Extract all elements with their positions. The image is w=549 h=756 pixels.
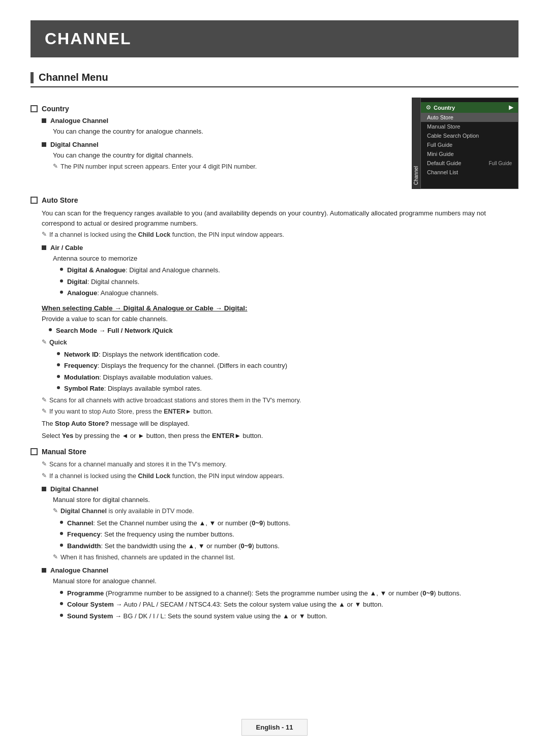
search-mode-bullet-block: Search Mode → Full / Network /Quick: [49, 326, 518, 336]
quick-bullets: Network ID: Displays the network identif…: [57, 350, 518, 394]
bullet-dot-prog: [60, 591, 63, 594]
cable-heading: When selecting Cable → Digital & Analogu…: [42, 304, 518, 312]
ms-analogue-block: Analogue Channel Manual store for analog…: [42, 566, 518, 621]
manual-store-label: Manual Store: [42, 448, 86, 456]
bullet-da: Digital & Analogue: Digital and Analogue…: [60, 265, 518, 275]
auto-store-heading: Auto Store: [30, 196, 518, 204]
ms-digital-block: Digital Channel Manual store for digital…: [42, 485, 518, 563]
menu-screenshot: Channel ⊙ Country ▶ Auto Store Manual St…: [412, 98, 518, 189]
ms-digital-note2-text: When it has finished, channels are updat…: [60, 553, 235, 562]
black-square-icon-2: [42, 142, 46, 147]
auto-store-label: Auto Store: [42, 196, 78, 204]
ms-bullet-colour-text: Colour System → Auto / PAL / SECAM / NTS…: [67, 600, 383, 610]
analogue-channel-label-row: Analogue Channel: [42, 117, 402, 124]
menu-arrow-right: ▶: [509, 104, 513, 111]
quick-bullet-freq-text: Frequency: Displays the frequency for th…: [64, 361, 287, 371]
note-pencil-scans: ✎: [42, 396, 47, 403]
bullet-dot-mod: [57, 375, 60, 378]
bullet-dot-3: [60, 291, 63, 294]
pin-note: ✎ The PIN number input screen appears. E…: [53, 162, 402, 172]
section-title: Channel Menu: [39, 72, 108, 83]
quick-bullet-mod: Modulation: Displays available modulatio…: [57, 372, 518, 383]
bullet-dot-colour: [60, 602, 63, 605]
bullet-dot-netid: [57, 352, 60, 355]
note-pencil-stop: ✎: [42, 407, 47, 415]
ms-bullet-sound: Sound System → BG / DK / I / L: Sets the…: [60, 611, 518, 621]
bullet-d: Digital: Digital channels.: [60, 277, 518, 287]
page-footer: English - 11: [0, 719, 549, 736]
ms-bullet-channel: Channel: Set the Channel number using th…: [60, 518, 518, 528]
ms-bullet-sound-text: Sound System → BG / DK / I / L: Sets the…: [67, 611, 327, 621]
menu-wrap: Channel ⊙ Country ▶ Auto Store Manual St…: [412, 98, 518, 189]
scans-note-text: Scans for all channels with active broad…: [49, 396, 301, 405]
ms-bullet-bw: Bandwidth: Set the bandwidth using the ▲…: [60, 541, 518, 551]
note-pencil-m2: ✎: [42, 472, 47, 479]
air-cable-label-row: Air / Cable: [42, 244, 518, 251]
bullet-dot-sound: [60, 614, 63, 617]
checkbox-icon: [30, 105, 38, 112]
menu-item-manualstore: Manual Store: [421, 122, 518, 131]
stop-note-text: If you want to stop Auto Store, press th…: [49, 407, 213, 417]
quick-bullet-sym: Symbol Rate: Displays available symbol r…: [57, 384, 518, 394]
analogue-channel-block: Analogue Channel You can change the coun…: [42, 117, 402, 137]
manual-store-heading: Manual Store: [30, 448, 518, 456]
checkbox-icon-auto: [30, 197, 38, 204]
stop-auto-text: The Stop Auto Store? message will be dis…: [42, 419, 518, 429]
air-cable-label: Air / Cable: [50, 244, 83, 251]
digital-channel-text: You can change the country for digital c…: [53, 150, 402, 161]
black-square-icon: [42, 118, 46, 123]
bullet-da-text: Digital & Analogue: Digital and Analogue…: [67, 265, 220, 275]
note-pencil-dtv: ✎: [53, 507, 58, 514]
bullet-dot-1: [60, 268, 63, 271]
quick-bullet-sym-text: Symbol Rate: Displays available symbol r…: [64, 384, 202, 394]
page-number-box: English - 11: [241, 719, 308, 736]
section-heading: Channel Menu: [30, 72, 518, 87]
chapter-title: CHANNEL: [45, 29, 504, 48]
ms-analogue-label-row: Analogue Channel: [42, 566, 518, 574]
bullet-dot-ch: [60, 521, 63, 524]
analogue-channel-label: Analogue Channel: [50, 117, 108, 124]
note-pencil-icon: ✎: [53, 163, 58, 170]
black-square-icon-ac: [42, 245, 46, 250]
chapter-header: CHANNEL: [30, 20, 518, 57]
country-content: Country Analogue Channel You can change …: [30, 98, 402, 189]
ms-bullet-freq: Frequency: Set the frequency using the n…: [60, 529, 518, 540]
bullet-a-text: Analogue: Analogue channels.: [67, 288, 159, 298]
ms-analogue-subtext: Manual store for analogue channel.: [53, 576, 518, 586]
ms-bullet-freq-text: Frequency: Set the frequency using the n…: [67, 529, 234, 540]
ms-bullet-prog-text: Programme (Programme number to be assign…: [67, 588, 461, 598]
ms-digital-subtext: Manual store for digital channels.: [53, 495, 518, 505]
digital-channel-label: Digital Channel: [50, 141, 99, 148]
note-pencil-m1: ✎: [42, 460, 47, 467]
menu-item-defaultguide: Default Guide Full Guide: [421, 159, 518, 168]
manual-note2: ✎ If a channel is locked using the Child…: [42, 471, 518, 481]
ms-digital-label: Digital Channel: [50, 485, 99, 493]
search-mode-text: Search Mode → Full / Network /Quick: [56, 326, 173, 336]
analogue-channel-text: You can change the country for analogue …: [53, 127, 402, 137]
manual-note2-text: If a channel is locked using the Child L…: [49, 471, 284, 481]
ms-digital-note-text: Digital Channel is only available in DTV…: [60, 507, 194, 516]
page-number-label: English - 11: [256, 723, 293, 731]
bullet-dot-sym: [57, 386, 60, 389]
page: CHANNEL Channel Menu Country Analogue Ch…: [0, 0, 549, 756]
auto-store-section: Auto Store You can scan for the frequenc…: [30, 196, 518, 440]
ms-bullet-bw-text: Bandwidth: Set the bandwidth using the ▲…: [67, 541, 280, 551]
air-cable-text: Antenna source to memorize: [53, 254, 518, 264]
bullet-dot-freq: [57, 363, 60, 366]
menu-item-miniguide: Mini Guide: [421, 149, 518, 159]
quick-bullet-freq: Frequency: Displays the frequency for th…: [57, 361, 518, 371]
ms-digital-bullets: Channel: Set the Channel number using th…: [60, 518, 518, 551]
bullet-dot-msfreq: [60, 532, 63, 535]
air-cable-block: Air / Cable Antenna source to memorize D…: [42, 244, 518, 298]
quick-note: ✎ Quick: [42, 338, 518, 348]
menu-title-text: Country: [434, 105, 509, 111]
quick-bullet-netid: Network ID: Displays the network identif…: [57, 350, 518, 360]
checkbox-icon-manual: [30, 448, 38, 455]
ms-bullet-prog: Programme (Programme number to be assign…: [60, 588, 518, 598]
cable-subtext: Provide a value to scan for cable channe…: [42, 314, 518, 324]
auto-store-note: ✎ If a channel is locked using the Child…: [42, 230, 518, 240]
ms-digital-note2: ✎ When it has finished, channels are upd…: [53, 553, 518, 562]
ms-bullet-colour: Colour System → Auto / PAL / SECAM / NTS…: [60, 600, 518, 610]
digital-channel-label-row: Digital Channel: [42, 141, 402, 148]
ms-analogue-label: Analogue Channel: [50, 566, 108, 574]
